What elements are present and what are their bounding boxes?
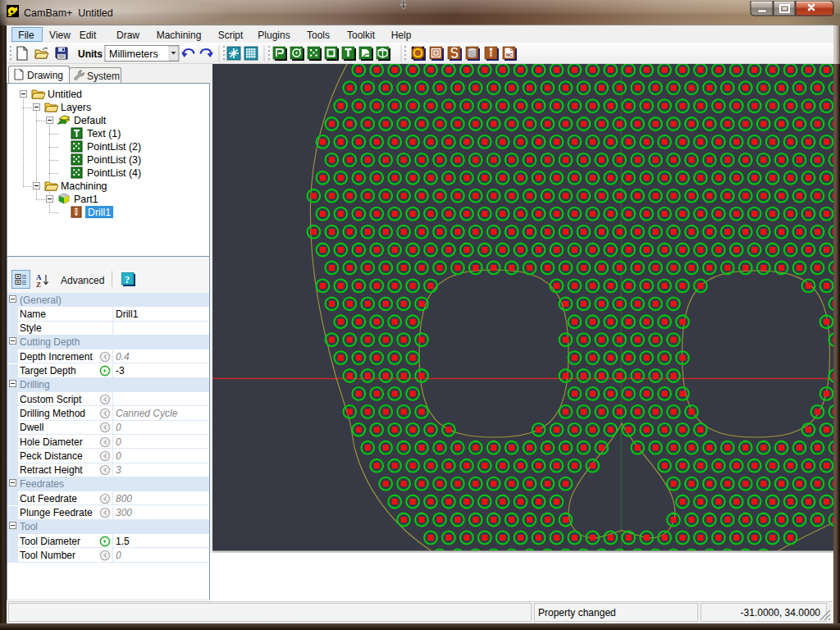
svg-text:?: ? — [125, 274, 130, 285]
svg-text:Units: Units — [78, 48, 103, 60]
svg-text:NC: NC — [506, 52, 513, 57]
svg-text:Z: Z — [36, 281, 41, 289]
svg-text:Millimeters: Millimeters — [109, 48, 158, 60]
